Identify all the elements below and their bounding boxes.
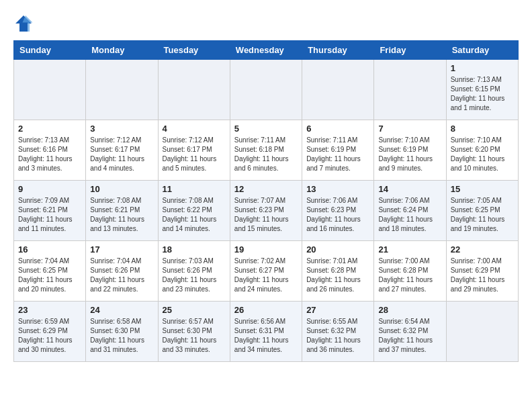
calendar-day-cell bbox=[446, 302, 518, 362]
weekday-header: Monday bbox=[86, 41, 158, 60]
calendar-day-cell bbox=[374, 60, 446, 120]
day-number: 1 bbox=[451, 63, 514, 73]
calendar-header-row: SundayMondayTuesdayWednesdayThursdayFrid… bbox=[14, 41, 519, 60]
logo bbox=[13, 13, 36, 34]
calendar-day-cell: 18Sunrise: 7:03 AM Sunset: 6:26 PM Dayli… bbox=[158, 241, 230, 302]
day-number: 22 bbox=[451, 244, 514, 255]
weekday-header: Friday bbox=[374, 41, 446, 60]
day-number: 7 bbox=[378, 124, 441, 134]
calendar-day-cell: 15Sunrise: 7:05 AM Sunset: 6:25 PM Dayli… bbox=[446, 181, 518, 241]
calendar-day-cell: 16Sunrise: 7:04 AM Sunset: 6:25 PM Dayli… bbox=[14, 241, 86, 302]
day-info: Sunrise: 7:11 AM Sunset: 6:19 PM Dayligh… bbox=[306, 136, 369, 173]
day-number: 6 bbox=[306, 124, 369, 134]
day-number: 24 bbox=[90, 305, 153, 315]
day-number: 20 bbox=[306, 244, 369, 255]
calendar-table: SundayMondayTuesdayWednesdayThursdayFrid… bbox=[13, 40, 519, 362]
calendar-day-cell: 22Sunrise: 7:00 AM Sunset: 6:29 PM Dayli… bbox=[446, 241, 518, 302]
day-number: 12 bbox=[234, 184, 298, 194]
day-number: 28 bbox=[378, 305, 441, 315]
day-info: Sunrise: 7:09 AM Sunset: 6:21 PM Dayligh… bbox=[18, 196, 81, 234]
calendar-week-row: 9Sunrise: 7:09 AM Sunset: 6:21 PM Daylig… bbox=[14, 181, 519, 241]
day-number: 25 bbox=[163, 305, 226, 315]
day-number: 26 bbox=[234, 305, 298, 315]
day-info: Sunrise: 6:54 AM Sunset: 6:32 PM Dayligh… bbox=[378, 317, 441, 355]
day-info: Sunrise: 7:11 AM Sunset: 6:18 PM Dayligh… bbox=[234, 136, 298, 173]
day-info: Sunrise: 7:13 AM Sunset: 6:16 PM Dayligh… bbox=[18, 136, 81, 173]
day-info: Sunrise: 7:01 AM Sunset: 6:28 PM Dayligh… bbox=[306, 257, 369, 294]
calendar-day-cell: 27Sunrise: 6:55 AM Sunset: 6:32 PM Dayli… bbox=[302, 302, 374, 362]
calendar-day-cell: 20Sunrise: 7:01 AM Sunset: 6:28 PM Dayli… bbox=[302, 241, 374, 302]
day-info: Sunrise: 6:56 AM Sunset: 6:31 PM Dayligh… bbox=[234, 317, 298, 355]
day-number: 16 bbox=[18, 244, 81, 255]
calendar-day-cell: 21Sunrise: 7:00 AM Sunset: 6:28 PM Dayli… bbox=[374, 241, 446, 302]
calendar-day-cell: 3Sunrise: 7:12 AM Sunset: 6:17 PM Daylig… bbox=[86, 120, 158, 181]
day-info: Sunrise: 7:10 AM Sunset: 6:19 PM Dayligh… bbox=[378, 136, 441, 173]
day-info: Sunrise: 7:04 AM Sunset: 6:26 PM Dayligh… bbox=[90, 257, 153, 294]
day-info: Sunrise: 7:06 AM Sunset: 6:24 PM Dayligh… bbox=[378, 196, 441, 234]
day-number: 3 bbox=[90, 124, 153, 134]
day-info: Sunrise: 7:12 AM Sunset: 6:17 PM Dayligh… bbox=[163, 136, 226, 173]
calendar-week-row: 16Sunrise: 7:04 AM Sunset: 6:25 PM Dayli… bbox=[14, 241, 519, 302]
calendar-day-cell: 14Sunrise: 7:06 AM Sunset: 6:24 PM Dayli… bbox=[374, 181, 446, 241]
day-info: Sunrise: 7:05 AM Sunset: 6:25 PM Dayligh… bbox=[451, 196, 514, 234]
day-info: Sunrise: 7:06 AM Sunset: 6:23 PM Dayligh… bbox=[306, 196, 369, 234]
day-number: 5 bbox=[234, 124, 298, 134]
calendar-day-cell: 19Sunrise: 7:02 AM Sunset: 6:27 PM Dayli… bbox=[230, 241, 302, 302]
day-info: Sunrise: 6:59 AM Sunset: 6:29 PM Dayligh… bbox=[18, 317, 81, 355]
day-number: 4 bbox=[163, 124, 226, 134]
day-info: Sunrise: 7:08 AM Sunset: 6:22 PM Dayligh… bbox=[163, 196, 226, 234]
calendar-week-row: 1Sunrise: 7:13 AM Sunset: 6:15 PM Daylig… bbox=[14, 60, 519, 120]
calendar-day-cell bbox=[302, 60, 374, 120]
day-number: 15 bbox=[451, 184, 514, 194]
calendar-day-cell bbox=[230, 60, 302, 120]
day-info: Sunrise: 6:57 AM Sunset: 6:30 PM Dayligh… bbox=[163, 317, 226, 355]
day-number: 27 bbox=[306, 305, 369, 315]
day-number: 9 bbox=[18, 184, 81, 194]
day-info: Sunrise: 7:13 AM Sunset: 6:15 PM Dayligh… bbox=[451, 75, 514, 113]
calendar-day-cell: 10Sunrise: 7:08 AM Sunset: 6:21 PM Dayli… bbox=[86, 181, 158, 241]
day-info: Sunrise: 6:55 AM Sunset: 6:32 PM Dayligh… bbox=[306, 317, 369, 355]
calendar-day-cell: 13Sunrise: 7:06 AM Sunset: 6:23 PM Dayli… bbox=[302, 181, 374, 241]
calendar-day-cell: 11Sunrise: 7:08 AM Sunset: 6:22 PM Dayli… bbox=[158, 181, 230, 241]
day-number: 18 bbox=[163, 244, 226, 255]
day-number: 17 bbox=[90, 244, 153, 255]
day-info: Sunrise: 6:58 AM Sunset: 6:30 PM Dayligh… bbox=[90, 317, 153, 355]
calendar-day-cell: 24Sunrise: 6:58 AM Sunset: 6:30 PM Dayli… bbox=[86, 302, 158, 362]
day-info: Sunrise: 7:04 AM Sunset: 6:25 PM Dayligh… bbox=[18, 257, 81, 294]
day-info: Sunrise: 7:00 AM Sunset: 6:28 PM Dayligh… bbox=[378, 257, 441, 294]
calendar-day-cell: 5Sunrise: 7:11 AM Sunset: 6:18 PM Daylig… bbox=[230, 120, 302, 181]
day-number: 13 bbox=[306, 184, 369, 194]
weekday-header: Tuesday bbox=[158, 41, 230, 60]
day-number: 19 bbox=[234, 244, 298, 255]
calendar-day-cell bbox=[14, 60, 86, 120]
weekday-header: Thursday bbox=[302, 41, 374, 60]
weekday-header: Sunday bbox=[14, 41, 86, 60]
calendar-day-cell: 4Sunrise: 7:12 AM Sunset: 6:17 PM Daylig… bbox=[158, 120, 230, 181]
calendar-day-cell: 25Sunrise: 6:57 AM Sunset: 6:30 PM Dayli… bbox=[158, 302, 230, 362]
logo-icon bbox=[13, 13, 34, 34]
calendar-day-cell bbox=[86, 60, 158, 120]
day-number: 2 bbox=[18, 124, 81, 134]
calendar-day-cell: 1Sunrise: 7:13 AM Sunset: 6:15 PM Daylig… bbox=[446, 60, 518, 120]
calendar-week-row: 23Sunrise: 6:59 AM Sunset: 6:29 PM Dayli… bbox=[14, 302, 519, 362]
weekday-header: Saturday bbox=[446, 41, 518, 60]
calendar-day-cell: 2Sunrise: 7:13 AM Sunset: 6:16 PM Daylig… bbox=[14, 120, 86, 181]
day-info: Sunrise: 7:08 AM Sunset: 6:21 PM Dayligh… bbox=[90, 196, 153, 234]
day-number: 23 bbox=[18, 305, 81, 315]
day-number: 21 bbox=[378, 244, 441, 255]
day-info: Sunrise: 7:02 AM Sunset: 6:27 PM Dayligh… bbox=[234, 257, 298, 294]
day-info: Sunrise: 7:12 AM Sunset: 6:17 PM Dayligh… bbox=[90, 136, 153, 173]
calendar-day-cell: 26Sunrise: 6:56 AM Sunset: 6:31 PM Dayli… bbox=[230, 302, 302, 362]
calendar-day-cell: 23Sunrise: 6:59 AM Sunset: 6:29 PM Dayli… bbox=[14, 302, 86, 362]
weekday-header: Wednesday bbox=[230, 41, 302, 60]
day-number: 11 bbox=[163, 184, 226, 194]
calendar-day-cell: 8Sunrise: 7:10 AM Sunset: 6:20 PM Daylig… bbox=[446, 120, 518, 181]
calendar-day-cell: 7Sunrise: 7:10 AM Sunset: 6:19 PM Daylig… bbox=[374, 120, 446, 181]
calendar-day-cell: 6Sunrise: 7:11 AM Sunset: 6:19 PM Daylig… bbox=[302, 120, 374, 181]
calendar-day-cell: 17Sunrise: 7:04 AM Sunset: 6:26 PM Dayli… bbox=[86, 241, 158, 302]
day-number: 14 bbox=[378, 184, 441, 194]
day-info: Sunrise: 7:03 AM Sunset: 6:26 PM Dayligh… bbox=[163, 257, 226, 294]
calendar-day-cell: 28Sunrise: 6:54 AM Sunset: 6:32 PM Dayli… bbox=[374, 302, 446, 362]
day-info: Sunrise: 7:10 AM Sunset: 6:20 PM Dayligh… bbox=[451, 136, 514, 173]
calendar-week-row: 2Sunrise: 7:13 AM Sunset: 6:16 PM Daylig… bbox=[14, 120, 519, 181]
